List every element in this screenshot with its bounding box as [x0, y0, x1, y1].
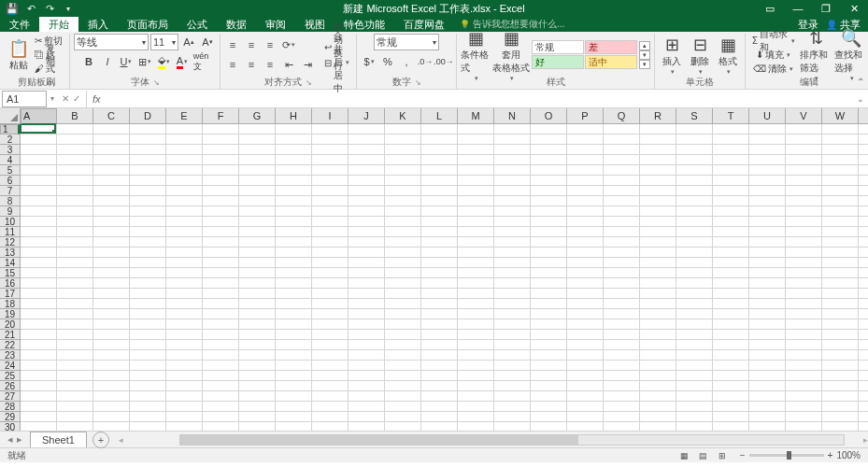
row-header-5[interactable]: 5 — [0, 165, 20, 176]
next-sheet-icon[interactable]: ▸ — [17, 433, 22, 446]
minimize-icon[interactable]: — — [784, 0, 812, 17]
style-good[interactable]: 好 — [532, 55, 584, 69]
font-name-select[interactable]: 等线▾ — [74, 34, 149, 50]
find-select-button[interactable]: 🔍查找和选择 — [834, 35, 868, 76]
hscroll-thumb[interactable] — [180, 435, 578, 445]
align-top-button[interactable]: ≡ — [224, 36, 241, 53]
namebox-dropdown-icon[interactable]: ▾ — [49, 94, 56, 103]
hscroll-right-icon[interactable]: ▸ — [863, 435, 868, 445]
redo-icon[interactable]: ↷ — [43, 2, 56, 15]
column-header-O[interactable]: O — [531, 108, 567, 123]
conditional-format-button[interactable]: ▦条件格式 — [461, 35, 491, 76]
underline-button[interactable]: U — [118, 53, 135, 70]
format-as-table-button[interactable]: ▦套用 表格格式 — [492, 35, 530, 76]
cells-area[interactable] — [21, 124, 868, 431]
align-left-button[interactable]: ≡ — [224, 56, 241, 73]
qat-customize-icon[interactable]: ▾ — [62, 2, 75, 15]
row-header-18[interactable]: 18 — [0, 299, 20, 309]
column-header-U[interactable]: U — [749, 108, 786, 123]
row-header-21[interactable]: 21 — [0, 330, 20, 340]
font-color-button[interactable]: A — [174, 53, 191, 70]
row-header-26[interactable]: 26 — [0, 381, 20, 391]
zoom-out-icon[interactable]: − — [740, 450, 746, 460]
row-header-22[interactable]: 22 — [0, 340, 20, 350]
alignment-launcher-icon[interactable]: ↘ — [306, 78, 312, 87]
horizontal-scrollbar[interactable] — [179, 434, 845, 446]
view-page-layout-icon[interactable]: ▤ — [695, 449, 712, 462]
formula-input[interactable] — [87, 93, 853, 105]
row-header-28[interactable]: 28 — [0, 402, 20, 412]
row-header-15[interactable]: 15 — [0, 268, 20, 278]
zoom-slider[interactable] — [749, 454, 824, 457]
tab-insert[interactable]: 插入 — [78, 17, 118, 32]
delete-cells-button[interactable]: ⊟删除 — [687, 35, 713, 76]
row-header-8[interactable]: 8 — [0, 196, 20, 206]
row-header-20[interactable]: 20 — [0, 319, 20, 330]
view-normal-icon[interactable]: ▦ — [676, 449, 693, 462]
row-header-14[interactable]: 14 — [0, 258, 20, 268]
merge-center-button[interactable]: ⊟ 合并后居中 — [321, 56, 352, 69]
sheet-nav[interactable]: ◂▸ — [0, 433, 30, 446]
percent-button[interactable]: % — [379, 53, 396, 70]
column-header-F[interactable]: F — [203, 108, 239, 123]
decrease-indent-button[interactable]: ⇤ — [280, 56, 297, 73]
decrease-decimal-button[interactable]: .00→ — [435, 53, 452, 70]
align-middle-button[interactable]: ≡ — [243, 36, 260, 53]
column-header-A[interactable]: A — [21, 108, 57, 125]
shrink-font-button[interactable]: A▾ — [199, 34, 216, 50]
row-header-10[interactable]: 10 — [0, 217, 20, 227]
number-launcher-icon[interactable]: ↘ — [415, 78, 421, 87]
comma-button[interactable]: , — [398, 53, 415, 70]
column-header-I[interactable]: I — [312, 108, 349, 123]
view-page-break-icon[interactable]: ⊞ — [714, 449, 731, 462]
collapse-ribbon-icon[interactable]: ⌃ — [857, 77, 864, 87]
prev-sheet-icon[interactable]: ◂ — [7, 433, 13, 446]
zoom-level[interactable]: 100% — [836, 450, 861, 460]
borders-button[interactable]: ⊞ — [136, 53, 153, 70]
row-header-6[interactable]: 6 — [0, 176, 20, 186]
accounting-format-button[interactable]: $ — [361, 53, 377, 70]
grow-font-button[interactable]: A▴ — [180, 34, 197, 50]
column-header-P[interactable]: P — [567, 108, 604, 123]
row-header-12[interactable]: 12 — [0, 237, 20, 248]
row-header-7[interactable]: 7 — [0, 186, 20, 196]
bold-button[interactable]: B — [80, 53, 97, 70]
paste-button[interactable]: 📋粘贴 — [7, 35, 30, 76]
cell-styles-gallery[interactable]: 常规 差 好 适中 — [532, 40, 637, 69]
column-header-R[interactable]: R — [640, 108, 676, 123]
column-header-L[interactable]: L — [421, 108, 458, 123]
row-header-23[interactable]: 23 — [0, 350, 20, 361]
close-icon[interactable]: ✕ — [840, 0, 868, 17]
cancel-formula-icon[interactable]: ✕ — [62, 93, 69, 104]
autosum-button[interactable]: Σ 自动求和 — [749, 35, 798, 48]
row-header-3[interactable]: 3 — [0, 145, 20, 155]
row-header-27[interactable]: 27 — [0, 391, 20, 402]
select-all-corner[interactable] — [0, 108, 21, 123]
column-header-V[interactable]: V — [786, 108, 822, 123]
gallery-scroll[interactable]: ▴▾▾ — [639, 41, 650, 69]
align-right-button[interactable]: ≡ — [262, 56, 278, 73]
name-box[interactable]: A1 — [2, 91, 47, 107]
column-header-N[interactable]: N — [494, 108, 531, 123]
column-header-D[interactable]: D — [130, 108, 166, 123]
align-center-button[interactable]: ≡ — [243, 56, 260, 73]
style-neutral[interactable]: 适中 — [585, 55, 637, 69]
format-painter-button[interactable]: 🖌 格式刷 — [32, 63, 65, 76]
column-header-S[interactable]: S — [676, 108, 713, 123]
tab-view[interactable]: 视图 — [295, 17, 334, 32]
add-sheet-button[interactable]: + — [92, 432, 109, 448]
tab-review[interactable]: 审阅 — [256, 17, 295, 32]
enter-formula-icon[interactable]: ✓ — [73, 93, 80, 104]
tab-home[interactable]: 开始 — [39, 17, 78, 32]
column-header-T[interactable]: T — [713, 108, 749, 123]
hscroll-left-icon[interactable]: ◂ — [119, 435, 123, 445]
row-header-30[interactable]: 30 — [0, 422, 20, 431]
row-header-16[interactable]: 16 — [0, 278, 20, 289]
save-icon[interactable]: 💾 — [6, 2, 19, 15]
number-format-select[interactable]: 常规▾ — [374, 34, 439, 50]
clipboard-launcher-icon[interactable]: ↘ — [50, 78, 56, 87]
column-header-J[interactable]: J — [349, 108, 385, 123]
tab-file[interactable]: 文件 — [0, 17, 39, 32]
fill-button[interactable]: ⬇ 填充 — [749, 49, 798, 62]
tab-formulas[interactable]: 公式 — [178, 17, 217, 32]
